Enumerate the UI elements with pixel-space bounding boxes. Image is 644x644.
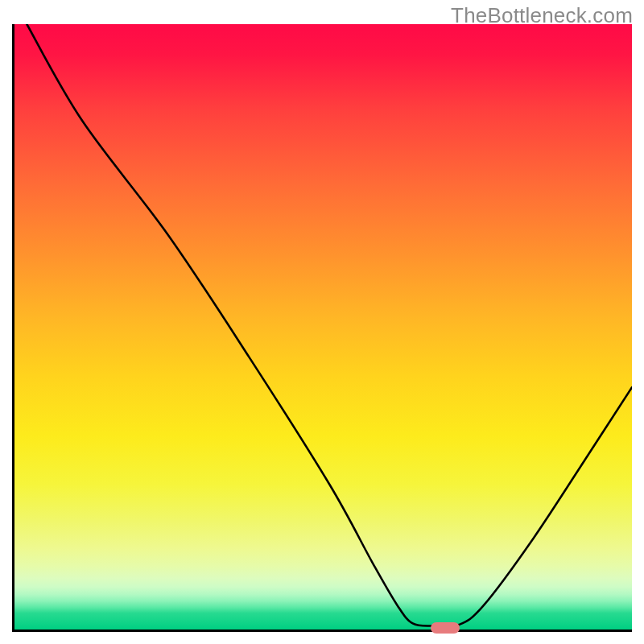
plot-area xyxy=(12,24,632,632)
optimum-marker-icon xyxy=(431,622,460,634)
chart-container: TheBottleneck.com xyxy=(0,0,644,644)
curve-layer xyxy=(14,24,632,630)
bottleneck-curve xyxy=(27,24,632,626)
